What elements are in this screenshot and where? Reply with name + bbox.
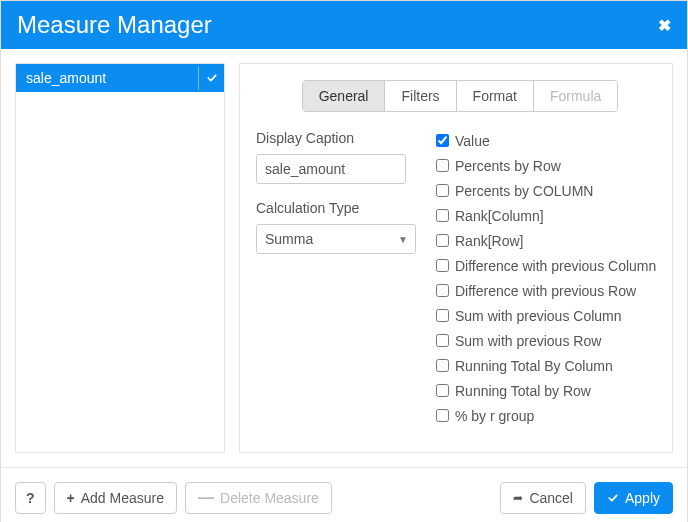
minus-icon: —	[198, 493, 214, 503]
function-option[interactable]: Sum with previous Column	[436, 305, 660, 330]
function-option[interactable]: Difference with previous Row	[436, 280, 660, 305]
measure-item-label: sale_amount	[26, 70, 106, 86]
footer-right: ➦ Cancel Apply	[500, 482, 673, 514]
function-option[interactable]: Value	[436, 130, 660, 155]
function-option[interactable]: Sum with previous Row	[436, 330, 660, 355]
function-option[interactable]: Percents by COLUMN	[436, 180, 660, 205]
display-caption-label: Display Caption	[256, 130, 416, 146]
dialog-footer: ? + Add Measure — Delete Measure ➦ Cance…	[1, 467, 687, 522]
help-icon: ?	[26, 490, 35, 506]
function-option[interactable]: Running Total by Row	[436, 380, 660, 405]
function-checkbox[interactable]	[436, 184, 449, 197]
check-icon	[206, 72, 218, 84]
function-checkbox[interactable]	[436, 384, 449, 397]
measure-manager-dialog: Measure Manager ✖ sale_amount General Fi…	[0, 0, 688, 522]
measure-list-item[interactable]: sale_amount	[16, 64, 224, 92]
function-option[interactable]: Running Total By Column	[436, 355, 660, 380]
function-checkbox[interactable]	[436, 309, 449, 322]
settings-column: Display Caption Calculation Type Summa ▼	[256, 130, 416, 444]
delete-measure-button: — Delete Measure	[185, 482, 332, 514]
footer-left: ? + Add Measure — Delete Measure	[15, 482, 332, 514]
plus-icon: +	[67, 490, 75, 506]
function-option[interactable]: Rank[Row]	[436, 230, 660, 255]
function-checkbox[interactable]	[436, 209, 449, 222]
functions-list[interactable]: Value Percents by Row Percents by COLUMN…	[436, 130, 664, 444]
function-checkbox[interactable]	[436, 334, 449, 347]
function-checkbox[interactable]	[436, 234, 449, 247]
function-option[interactable]: Percents by Row	[436, 155, 660, 180]
calc-type-label: Calculation Type	[256, 200, 416, 216]
tab-format[interactable]: Format	[457, 81, 534, 111]
dialog-body: sale_amount General Filters Format Formu…	[1, 49, 687, 467]
titlebar: Measure Manager ✖	[1, 1, 687, 49]
function-checkbox[interactable]	[436, 409, 449, 422]
close-icon[interactable]: ✖	[658, 16, 671, 35]
function-checkbox[interactable]	[436, 359, 449, 372]
measure-visible-toggle[interactable]	[198, 66, 224, 90]
check-icon	[607, 492, 619, 504]
function-checkbox[interactable]	[436, 284, 449, 297]
calc-type-select[interactable]: Summa	[256, 224, 416, 254]
function-checkbox[interactable]	[436, 259, 449, 272]
general-pane: Display Caption Calculation Type Summa ▼…	[256, 130, 664, 444]
measure-list: sale_amount	[15, 63, 225, 453]
tab-filters[interactable]: Filters	[385, 81, 456, 111]
display-caption-input[interactable]	[256, 154, 406, 184]
function-checkbox[interactable]	[436, 134, 449, 147]
share-icon: ➦	[513, 491, 523, 505]
help-button[interactable]: ?	[15, 482, 46, 514]
function-option[interactable]: Difference with previous Column	[436, 255, 660, 280]
function-option[interactable]: % by r group	[436, 405, 660, 430]
tab-formula: Formula	[534, 81, 617, 111]
content-panel: General Filters Format Formula Display C…	[239, 63, 673, 453]
tab-bar: General Filters Format Formula	[256, 80, 664, 112]
function-option[interactable]: Rank[Column]	[436, 205, 660, 230]
add-measure-button[interactable]: + Add Measure	[54, 482, 177, 514]
function-checkbox[interactable]	[436, 159, 449, 172]
dialog-title: Measure Manager	[17, 11, 212, 39]
tab-general[interactable]: General	[303, 81, 386, 111]
tab-group: General Filters Format Formula	[302, 80, 619, 112]
apply-button[interactable]: Apply	[594, 482, 673, 514]
cancel-button[interactable]: ➦ Cancel	[500, 482, 586, 514]
